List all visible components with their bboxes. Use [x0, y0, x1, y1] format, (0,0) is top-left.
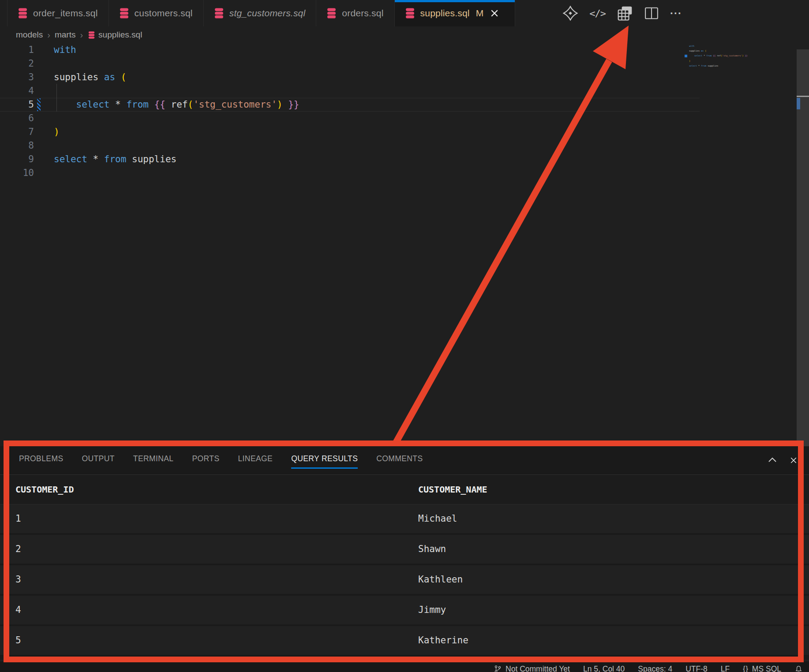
table-cell: 2 — [15, 535, 21, 564]
close-panel-icon[interactable] — [790, 456, 798, 464]
editor-tab-order_items-sql[interactable]: order_items.sql — [7, 0, 109, 26]
code-token: ) — [54, 127, 60, 137]
git-branch-icon — [494, 665, 502, 672]
minimap-token: select — [694, 54, 702, 57]
code-text: select * from {{ ref('stg_customers') }} — [34, 99, 299, 110]
code-token: ref — [171, 99, 188, 110]
editor-tab-stg_customers-sql[interactable]: stg_customers.sql — [204, 0, 317, 26]
code-token: from — [104, 154, 127, 164]
table-cell: 3 — [15, 565, 21, 594]
editor-tab-bar: order_items.sql customers.sql stg_custom… — [0, 0, 809, 26]
close-icon[interactable] — [491, 9, 498, 17]
code-token: }} — [288, 99, 299, 110]
code-line[interactable]: 3supplies as ( — [0, 71, 700, 84]
code-line[interactable]: 2 — [0, 57, 700, 71]
modified-badge: M — [476, 8, 484, 19]
status-label: Ln 5, Col 40 — [583, 665, 625, 672]
code-glyph: </> — [589, 8, 606, 19]
status-item-ln-5-col-40[interactable]: Ln 5, Col 40 — [583, 665, 625, 672]
close-tab-button[interactable] — [491, 9, 504, 17]
dbt-icon[interactable] — [563, 6, 578, 21]
code-text: select * from supplies — [34, 154, 176, 164]
line-number: 10 — [0, 166, 34, 180]
code-text: supplies as ( — [34, 72, 126, 82]
code-line[interactable]: 4 — [0, 84, 700, 98]
minimap-token: with — [689, 45, 694, 47]
breadcrumb-item[interactable]: models — [16, 30, 43, 40]
table-row[interactable]: 4Jimmy — [0, 596, 809, 624]
table-row[interactable]: 3Kathleen — [0, 565, 809, 594]
maximize-panel-icon[interactable] — [768, 455, 777, 465]
query-results-icon[interactable] — [617, 6, 633, 21]
code-token: * — [93, 154, 99, 164]
code-line[interactable]: 6 — [0, 112, 700, 125]
status-item-bell[interactable] — [794, 665, 803, 672]
scrollbar[interactable] — [797, 49, 809, 446]
panel-tab-row: PROBLEMSOUTPUTTERMINALPORTSLINEAGEQUERY … — [0, 446, 809, 474]
editor-tab-orders-sql[interactable]: orders.sql — [316, 0, 394, 26]
table-header-row: CUSTOMER_IDCUSTOMER_NAME — [0, 474, 809, 504]
code-line[interactable]: 10 — [0, 166, 700, 180]
panel-tab-problems[interactable]: PROBLEMS — [19, 454, 63, 467]
code-token — [121, 99, 127, 110]
minimap-token — [689, 54, 694, 57]
panel-tab-ports[interactable]: PORTS — [192, 454, 219, 467]
table-rows: 1Michael2Shawn3Kathleen4Jimmy5Katherine — [0, 504, 809, 655]
code-line[interactable]: 1with — [0, 43, 700, 57]
status-item-utf-8[interactable]: UTF-8 — [685, 665, 708, 672]
code-token: from — [126, 99, 149, 110]
panel-tab-query-results[interactable]: QUERY RESULTS — [291, 454, 358, 467]
breadcrumb-item[interactable]: supplies.sql — [98, 30, 142, 40]
line-number: 6 — [0, 112, 34, 125]
code-token — [283, 99, 288, 110]
line-number: 3 — [0, 71, 34, 84]
code-line[interactable]: 5 select * from {{ ref('stg_customers') … — [0, 98, 700, 112]
tab-label: orders.sql — [342, 8, 383, 19]
tab-label: stg_customers.sql — [229, 8, 306, 19]
minimap-token: ( — [705, 49, 706, 52]
database-icon — [327, 7, 336, 19]
table-row[interactable]: 5Katherine — [0, 626, 809, 655]
bell-icon[interactable] — [794, 665, 803, 672]
code-line[interactable]: 7) — [0, 125, 700, 139]
breadcrumb-item[interactable]: marts — [55, 30, 76, 40]
panel-tab-lineage[interactable]: LINEAGE — [238, 454, 273, 467]
code-line[interactable]: 8 — [0, 139, 700, 153]
more-actions-icon[interactable]: ··· — [670, 11, 682, 15]
table-row[interactable]: 1Michael — [0, 504, 809, 533]
split-editor-icon[interactable] — [644, 6, 659, 20]
minimap-token: 'stg_customers' — [722, 54, 742, 57]
table-row[interactable]: 2Shawn — [0, 535, 809, 564]
database-icon — [120, 7, 129, 19]
table-cell: Shawn — [418, 535, 446, 564]
ellipsis-glyph: ··· — [670, 11, 682, 15]
status-label: UTF-8 — [685, 665, 708, 672]
code-token — [149, 99, 154, 110]
status-item-not-committed-yet[interactable]: Not Committed Yet — [494, 665, 570, 672]
query-results-table: CUSTOMER_IDCUSTOMER_NAME 1Michael2Shawn3… — [0, 474, 809, 657]
code-token: ( — [121, 72, 127, 82]
code-line[interactable]: 9select * from supplies — [0, 153, 700, 166]
code-text — [34, 140, 54, 151]
code-text — [34, 86, 54, 96]
panel-tab-terminal[interactable]: TERMINAL — [133, 454, 174, 467]
minimap[interactable]: withsupplies as ( select * from {{ ref('… — [685, 45, 795, 70]
status-item-lf[interactable]: LF — [721, 665, 730, 672]
panel-tab-output[interactable]: OUTPUT — [82, 454, 114, 467]
status-label: MS SQL — [752, 665, 781, 672]
compile-code-icon[interactable]: </> — [589, 8, 606, 19]
panel-tab-comments[interactable]: COMMENTS — [376, 454, 423, 467]
code-text — [34, 168, 54, 178]
minimap-token: from — [701, 64, 706, 67]
status-label: Not Committed Yet — [506, 665, 570, 672]
code-token — [54, 99, 76, 110]
table-cell: Jimmy — [418, 596, 446, 624]
status-item-ms-sql[interactable]: {}MS SQL — [743, 665, 781, 672]
status-item-spaces-4[interactable]: Spaces: 4 — [638, 665, 672, 672]
panel-actions — [768, 446, 798, 474]
code-editor[interactable]: 1with23supplies as (45 select * from {{ … — [0, 43, 809, 446]
editor-tab-supplies-sql[interactable]: supplies.sqlM — [395, 0, 516, 26]
code-token: ( — [188, 99, 194, 110]
editor-actions: </> ··· — [563, 0, 682, 26]
editor-tab-customers-sql[interactable]: customers.sql — [109, 0, 204, 26]
